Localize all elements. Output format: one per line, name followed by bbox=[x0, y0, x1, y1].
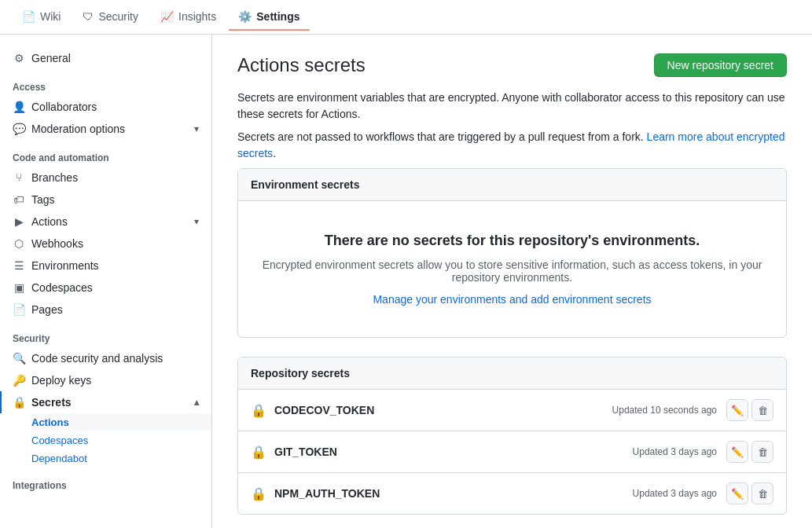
tags-icon: 🏷 bbox=[13, 193, 25, 206]
repository-secrets-card: Repository secrets 🔒 CODECOV_TOKEN Updat… bbox=[237, 357, 787, 515]
sidebar-code-auto-section: Code and automation bbox=[0, 140, 211, 167]
sidebar-item-sub-dependabot[interactable]: Dependabot bbox=[31, 449, 211, 468]
sidebar: ⚙ General Access 👤 Collaborators 💬 Moder… bbox=[0, 35, 212, 528]
secret-actions-3: ✏️ 🗑 bbox=[726, 482, 773, 504]
secret-name-1: CODECOV_TOKEN bbox=[274, 404, 612, 416]
env-secrets-empty-desc: Encrypted environment secrets allow you … bbox=[251, 258, 773, 284]
sidebar-item-pages[interactable]: 📄 Pages bbox=[0, 299, 211, 321]
secrets-chevron: ▴ bbox=[194, 397, 199, 408]
sidebar-item-branches[interactable]: ⑂ Branches bbox=[0, 167, 211, 189]
page-title: Actions secrets bbox=[237, 54, 366, 76]
page-header: Actions secrets New repository secret bbox=[237, 53, 787, 77]
secrets-icon: 🔒 bbox=[13, 396, 25, 409]
description-2: Secrets are not passed to workflows that… bbox=[237, 129, 787, 162]
sidebar-item-code-security[interactable]: 🔍 Code security and analysis bbox=[0, 347, 211, 369]
delete-button-3[interactable]: 🗑 bbox=[751, 482, 773, 504]
description-1: Secrets are environment variables that a… bbox=[237, 90, 787, 123]
lock-icon-2: 🔒 bbox=[251, 445, 266, 460]
environment-secrets-card: Environment secrets There are no secrets… bbox=[237, 168, 787, 338]
sidebar-item-actions[interactable]: ▶ Actions ▾ bbox=[0, 211, 211, 233]
secret-updated-3: Updated 3 days ago bbox=[633, 488, 717, 499]
table-row: 🔒 GIT_TOKEN Updated 3 days ago ✏️ 🗑 bbox=[238, 431, 786, 473]
secret-name-3: NPM_AUTH_TOKEN bbox=[274, 487, 633, 500]
delete-button-1[interactable]: 🗑 bbox=[751, 399, 773, 421]
nav-insights[interactable]: 📈 Insights bbox=[151, 4, 226, 31]
nav-security[interactable]: 🛡 Security bbox=[73, 4, 148, 31]
pages-icon: 📄 bbox=[13, 303, 25, 316]
layout: ⚙ General Access 👤 Collaborators 💬 Moder… bbox=[0, 35, 812, 528]
general-icon: ⚙ bbox=[13, 52, 25, 64]
insights-icon: 📈 bbox=[160, 10, 174, 23]
moderation-icon: 💬 bbox=[13, 123, 25, 135]
nav-wiki[interactable]: 📄 Wiki bbox=[13, 4, 70, 31]
sidebar-secrets-sub: Actions Codespaces Dependabot bbox=[0, 413, 211, 468]
env-secrets-empty-title: There are no secrets for this repository… bbox=[251, 233, 773, 249]
deploy-keys-icon: 🔑 bbox=[13, 374, 25, 387]
webhooks-icon: ⬡ bbox=[13, 237, 25, 250]
sidebar-item-secrets[interactable]: 🔒 Secrets ▴ bbox=[0, 391, 211, 413]
sidebar-item-moderation[interactable]: 💬 Moderation options ▾ bbox=[0, 118, 211, 140]
actions-chevron: ▾ bbox=[194, 216, 199, 227]
sidebar-item-collaborators[interactable]: 👤 Collaborators bbox=[0, 96, 211, 118]
edit-button-3[interactable]: ✏️ bbox=[726, 482, 748, 504]
manage-environments-link[interactable]: Manage your environments and add environ… bbox=[373, 293, 651, 306]
security-icon: 🛡 bbox=[83, 10, 94, 23]
sidebar-item-sub-codespaces[interactable]: Codespaces bbox=[31, 431, 211, 449]
sidebar-security-section: Security bbox=[0, 321, 211, 347]
environments-icon: ☰ bbox=[13, 259, 25, 272]
lock-icon-1: 🔒 bbox=[251, 403, 266, 418]
secret-updated-1: Updated 10 seconds ago bbox=[612, 405, 717, 416]
moderation-chevron: ▾ bbox=[194, 123, 199, 134]
secret-actions-1: ✏️ 🗑 bbox=[726, 399, 773, 421]
delete-button-2[interactable]: 🗑 bbox=[751, 441, 773, 463]
top-nav: 📄 Wiki 🛡 Security 📈 Insights ⚙️ Settings bbox=[0, 0, 812, 35]
table-row: 🔒 NPM_AUTH_TOKEN Updated 3 days ago ✏️ 🗑 bbox=[238, 473, 786, 514]
main-content: Actions secrets New repository secret Se… bbox=[212, 35, 812, 528]
secret-updated-2: Updated 3 days ago bbox=[633, 446, 717, 457]
codespaces-icon: ▣ bbox=[13, 281, 25, 294]
secret-actions-2: ✏️ 🗑 bbox=[726, 441, 773, 463]
env-secrets-header: Environment secrets bbox=[238, 169, 786, 201]
settings-icon: ⚙️ bbox=[238, 10, 252, 23]
edit-button-1[interactable]: ✏️ bbox=[726, 399, 748, 421]
edit-button-2[interactable]: ✏️ bbox=[726, 441, 748, 463]
sidebar-item-general[interactable]: ⚙ General bbox=[0, 47, 211, 69]
wiki-icon: 📄 bbox=[22, 10, 35, 23]
sidebar-item-tags[interactable]: 🏷 Tags bbox=[0, 189, 211, 211]
actions-icon: ▶ bbox=[13, 215, 25, 228]
new-repository-secret-button[interactable]: New repository secret bbox=[654, 53, 787, 77]
sidebar-item-sub-actions[interactable]: Actions bbox=[31, 413, 211, 431]
nav-settings[interactable]: ⚙️ Settings bbox=[229, 4, 309, 31]
secret-name-2: GIT_TOKEN bbox=[274, 446, 633, 458]
code-security-icon: 🔍 bbox=[13, 352, 25, 365]
env-secrets-empty: There are no secrets for this repository… bbox=[238, 201, 786, 337]
table-row: 🔒 CODECOV_TOKEN Updated 10 seconds ago ✏… bbox=[238, 390, 786, 431]
sidebar-item-webhooks[interactable]: ⬡ Webhooks bbox=[0, 233, 211, 255]
collaborators-icon: 👤 bbox=[13, 101, 25, 113]
branches-icon: ⑂ bbox=[13, 171, 25, 184]
sidebar-integrations-section: Integrations bbox=[0, 468, 211, 494]
sidebar-item-codespaces[interactable]: ▣ Codespaces bbox=[0, 277, 211, 299]
sidebar-item-environments[interactable]: ☰ Environments bbox=[0, 255, 211, 277]
repo-secrets-header: Repository secrets bbox=[238, 358, 786, 390]
lock-icon-3: 🔒 bbox=[251, 486, 266, 501]
sidebar-item-deploy-keys[interactable]: 🔑 Deploy keys bbox=[0, 369, 211, 391]
sidebar-access-section: Access bbox=[0, 69, 211, 96]
